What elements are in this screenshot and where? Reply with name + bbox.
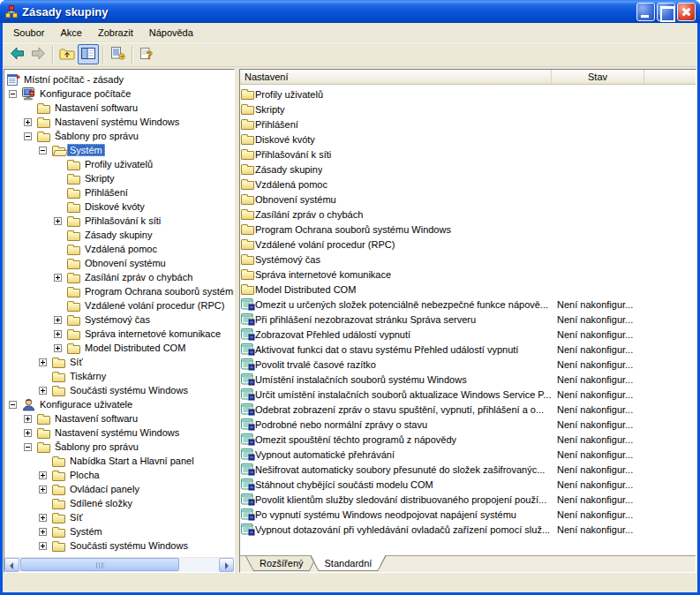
tab-rozsireny[interactable]: Rozšířený: [245, 556, 318, 571]
maximize-button[interactable]: [657, 3, 675, 21]
list-item[interactable]: Nešifrovat automaticky soubory přesunuté…: [240, 462, 696, 477]
list-item[interactable]: Přihlášení: [240, 117, 696, 132]
list-item[interactable]: Vypnout dotazování při vyhledávání ovlad…: [240, 522, 696, 537]
tree-item[interactable]: Ovládací panely: [4, 482, 234, 496]
list-item[interactable]: Povolit klientům služby sledování distri…: [240, 492, 696, 507]
list-item[interactable]: Povolit trvalé časové razítkoNení nakonf…: [240, 357, 696, 372]
expander-slot[interactable]: [23, 411, 37, 426]
list-item[interactable]: Model Distributed COM: [240, 282, 696, 297]
help-button[interactable]: ?: [136, 44, 157, 64]
tree-item[interactable]: Konfigurace uživatele: [4, 397, 234, 411]
tree-item[interactable]: Systém: [4, 143, 234, 157]
expand-icon[interactable]: [39, 514, 47, 522]
tree-item[interactable]: Vzdálené volání procedur (RPC): [4, 298, 234, 313]
menu-zobrazit[interactable]: Zobrazit: [90, 25, 141, 41]
expand-icon[interactable]: [54, 344, 62, 352]
scroll-right-button[interactable]: [219, 558, 234, 572]
list-item[interactable]: Profily uživatelů: [240, 87, 696, 102]
collapse-icon[interactable]: [39, 147, 47, 154]
scrollbar-thumb[interactable]: [20, 558, 179, 571]
expander-slot[interactable]: [53, 270, 67, 284]
list-item[interactable]: Vzdálená pomoc: [240, 177, 696, 192]
expand-icon[interactable]: [39, 358, 47, 366]
tree-item[interactable]: Obnovení systému: [4, 256, 234, 270]
forward-arrow-button[interactable]: [27, 44, 49, 64]
tree-item[interactable]: Skripty: [4, 171, 234, 185]
expand-icon[interactable]: [39, 486, 47, 493]
list-item[interactable]: Správa internetové komunikace: [240, 267, 696, 282]
list-item[interactable]: Vypnout automatické přehráváníNení nakon…: [240, 447, 696, 462]
tree-item[interactable]: Nastavení softwaru: [4, 411, 234, 426]
list-item[interactable]: Zasílání zpráv o chybách: [240, 207, 696, 222]
column-header-stav[interactable]: Stav: [552, 70, 644, 85]
export-list-button[interactable]: [107, 44, 128, 64]
list-item[interactable]: Při přihlášení nezobrazovat stránku Sprá…: [240, 312, 696, 327]
list-item[interactable]: Skripty: [240, 102, 696, 117]
expand-icon[interactable]: [39, 542, 47, 550]
expand-icon[interactable]: [24, 415, 32, 423]
expander-slot[interactable]: [53, 214, 67, 228]
expand-icon[interactable]: [39, 528, 47, 536]
tree-item[interactable]: Nabídka Start a Hlavní panel: [4, 454, 234, 468]
list-item[interactable]: Program Ochrana souborů systému Windows: [240, 222, 696, 237]
collapse-icon[interactable]: [24, 443, 32, 451]
list-item[interactable]: Diskové kvóty: [240, 132, 696, 147]
tree-item[interactable]: Program Ochrana souborů systému Windows: [4, 284, 234, 298]
expand-icon[interactable]: [54, 274, 62, 282]
tree-item[interactable]: Zasílání zpráv o chybách: [4, 270, 234, 284]
tree-item[interactable]: Přihlášení: [4, 185, 234, 200]
tree-item[interactable]: Zásady skupiny: [4, 228, 234, 242]
tree-item[interactable]: Systém: [4, 524, 234, 539]
list-item[interactable]: Omezit u určených složek potenciálně neb…: [240, 297, 696, 312]
expander-slot[interactable]: [8, 397, 22, 411]
expander-slot[interactable]: [23, 115, 37, 129]
tree-item[interactable]: Šablony pro správu: [4, 440, 234, 454]
expand-icon[interactable]: [39, 387, 47, 395]
expand-icon[interactable]: [54, 316, 62, 324]
expander-slot[interactable]: [38, 355, 52, 369]
list-item[interactable]: Omezit spouštění těchto programů z nápov…: [240, 432, 696, 447]
close-button[interactable]: [677, 3, 696, 21]
list-item[interactable]: Po vypnutí systému Windows neodpojovat n…: [240, 507, 696, 522]
expander-slot[interactable]: [38, 510, 52, 524]
tree-item[interactable]: Šablony pro správu: [4, 129, 234, 143]
tab-standardni[interactable]: Standardní: [311, 556, 387, 571]
tree-item[interactable]: Systémový čas: [4, 313, 234, 327]
back-arrow-button[interactable]: [6, 44, 27, 64]
expander-slot[interactable]: [38, 524, 52, 539]
expander-slot[interactable]: [23, 440, 37, 454]
title-bar[interactable]: Zásady skupiny: [0, 0, 700, 23]
tree-item[interactable]: Součásti systému Windows: [4, 539, 234, 553]
menu-soubor[interactable]: Soubor: [5, 25, 52, 41]
tree-item[interactable]: Správa internetové komunikace: [4, 327, 234, 341]
expander-slot[interactable]: [53, 313, 67, 327]
menu-akce[interactable]: Akce: [52, 25, 89, 41]
expander-slot[interactable]: [38, 143, 52, 157]
tree-item[interactable]: Tiskárny: [4, 369, 234, 383]
expand-icon[interactable]: [24, 118, 32, 126]
tree-item[interactable]: Vzdálená pomoc: [4, 242, 234, 256]
expand-icon[interactable]: [39, 471, 47, 479]
expander-slot[interactable]: [53, 327, 67, 341]
tree-horizontal-scrollbar[interactable]: [4, 557, 234, 572]
tree-item[interactable]: Nastavení systému Windows: [4, 115, 234, 129]
tree-item[interactable]: Místní počítač - zásady: [4, 72, 234, 87]
expander-slot[interactable]: [38, 482, 52, 496]
expander-slot[interactable]: [53, 341, 67, 355]
collapse-icon[interactable]: [24, 132, 32, 140]
tree-item[interactable]: Nastavení systému Windows: [4, 426, 234, 440]
expander-slot[interactable]: [38, 468, 52, 482]
list-item[interactable]: Vzdálené volání procedur (RPC): [240, 237, 696, 252]
tree-item[interactable]: Model Distributed COM: [4, 341, 234, 355]
list-item[interactable]: Aktivovat funkci dat o stavu systému Pře…: [240, 342, 696, 357]
tree-item[interactable]: Sdílené složky: [4, 496, 234, 510]
list-item[interactable]: Systémový čas: [240, 252, 696, 267]
expand-icon[interactable]: [24, 429, 32, 437]
tree-item[interactable]: Součásti systému Windows: [4, 383, 234, 397]
console-tree-pane[interactable]: Místní počítač - zásadyKonfigurace počít…: [4, 69, 235, 573]
scroll-left-button[interactable]: [4, 558, 19, 572]
expand-icon[interactable]: [54, 330, 62, 338]
tree-item[interactable]: Nastavení softwaru: [4, 101, 234, 115]
list-item[interactable]: Určit umístění instalačních souborů aktu…: [240, 387, 696, 402]
minimize-button[interactable]: [636, 3, 655, 21]
